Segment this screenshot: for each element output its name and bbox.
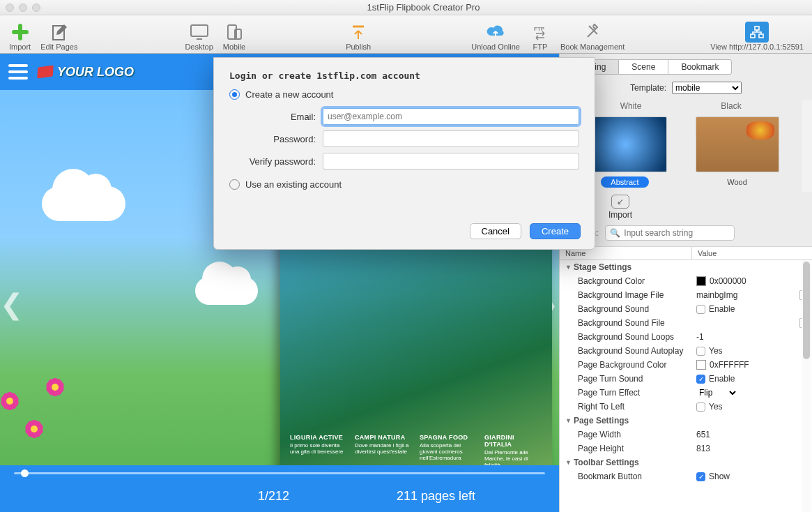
tab-bookmark[interactable]: Bookmark — [668, 59, 732, 75]
property-scrollbar[interactable] — [802, 260, 811, 512]
theme-thumbnail — [583, 116, 667, 172]
publish-button[interactable]: Publish — [346, 22, 371, 51]
cloud-upload-icon — [485, 22, 506, 43]
tab-scene[interactable]: Scene — [619, 59, 668, 75]
theme-scrollbar[interactable] — [802, 100, 812, 192]
password-field[interactable] — [323, 130, 579, 147]
toolbar-label: Import — [9, 43, 31, 51]
ftp-button[interactable]: FTP FTP — [530, 22, 551, 51]
theme-headers: White Black — [560, 100, 802, 112]
toolbar-label: Mobile — [223, 43, 245, 51]
prop-bg-color[interactable]: Background Color0x000000 — [560, 274, 812, 288]
theme-header: Black — [681, 101, 781, 111]
prop-rtl[interactable]: Right To LeftYes — [560, 400, 812, 414]
prop-bg-loops[interactable]: Background Sound Loops-1 — [560, 330, 812, 344]
pages-left: 211 pages left — [397, 489, 475, 504]
prop-bookmark-btn[interactable]: Bookmark Button✓Show — [560, 469, 812, 483]
template-label: Template: — [630, 83, 666, 93]
password-label: Password: — [229, 134, 323, 144]
radio-label: Create a new account — [245, 89, 333, 100]
prev-page-button[interactable]: ❮ — [1, 283, 22, 325]
theme-label: Abstract — [601, 176, 648, 188]
section-page[interactable]: ▼Page Settings — [560, 414, 812, 428]
theme-thumbnail — [696, 116, 779, 172]
cancel-button[interactable]: Cancel — [470, 223, 521, 239]
plus-icon — [10, 22, 31, 43]
desktop-button[interactable]: Desktop — [185, 22, 213, 51]
radio-create-account[interactable]: Create a new account — [229, 89, 579, 100]
page-slider[interactable] — [0, 465, 559, 481]
svg-rect-1 — [191, 25, 208, 36]
page-columns: LIGURIA ACTIVEIl primo sole diventa una … — [290, 434, 542, 468]
prop-page-w[interactable]: Page Width651 — [560, 428, 812, 442]
prop-turn-sound[interactable]: Page Turn Sound✓Enable — [560, 372, 812, 386]
mobile-icon — [224, 22, 245, 43]
import-settings-button[interactable]: ↙ Import — [608, 195, 632, 220]
button-label: Import — [608, 210, 632, 220]
prop-page-h[interactable]: Page Height813 — [560, 442, 812, 455]
toolbar-label: Unload Online — [471, 43, 520, 51]
window-controls[interactable] — [6, 3, 40, 12]
prop-bg-img[interactable]: Background Image FilemainbgImg — [560, 288, 812, 302]
checkbox[interactable]: ✓ — [696, 472, 705, 481]
search-icon: 🔍 — [610, 228, 620, 238]
close-icon[interactable] — [6, 3, 14, 12]
prop-bg-sound-file[interactable]: Background Sound File — [560, 316, 812, 330]
menu-icon[interactable] — [8, 64, 28, 80]
upload-online-button[interactable]: Unload Online — [471, 22, 520, 51]
theme-header: White — [581, 101, 681, 111]
col-title: CAMPI NATURA — [355, 434, 413, 441]
email-field[interactable] — [323, 108, 579, 125]
effect-select[interactable]: Flip — [696, 387, 738, 398]
edit-pages-button[interactable]: Edit Pages — [40, 22, 77, 51]
svg-rect-5 — [755, 27, 759, 30]
window-titlebar: 1stFlip Flipbook Creator Pro — [0, 0, 812, 15]
checkbox[interactable] — [696, 305, 705, 314]
login-dialog: Login or create 1stflip.com account Crea… — [213, 57, 595, 250]
svg-rect-7 — [759, 34, 763, 38]
flower-graphic — [0, 388, 23, 414]
book-management-button[interactable]: Book Management — [560, 22, 625, 51]
prop-page-bg[interactable]: Page Background Color0xFFFFFF — [560, 358, 812, 372]
color-swatch[interactable] — [696, 276, 706, 286]
theme-label: Wood — [717, 176, 757, 188]
theme-wood[interactable]: Wood — [686, 116, 788, 188]
minimize-icon[interactable] — [19, 3, 27, 12]
radio-label: Use an existing account — [245, 179, 342, 190]
section-toolbar[interactable]: ▼Toolbar Settings — [560, 455, 812, 469]
edit-icon — [49, 22, 70, 43]
checkbox[interactable] — [696, 347, 705, 356]
prop-turn-effect[interactable]: Page Turn EffectFlip — [560, 386, 812, 400]
checkbox[interactable]: ✓ — [696, 375, 705, 384]
verify-password-field[interactable] — [323, 153, 579, 170]
prop-bg-sound[interactable]: Background SoundEnable — [560, 302, 812, 316]
network-icon — [745, 22, 769, 43]
mobile-button[interactable]: Mobile — [223, 22, 245, 51]
create-button[interactable]: Create — [530, 223, 581, 239]
search-input[interactable] — [605, 225, 735, 241]
logo: YOUR LOGO — [38, 65, 134, 80]
section-stage[interactable]: ▼Stage Settings — [560, 260, 812, 274]
view-url-button[interactable]: View http://127.0.0.1:52591 — [710, 22, 808, 51]
dialog-title: Login or create 1stflip.com account — [229, 70, 579, 81]
import-icon: ↙ — [611, 195, 629, 209]
toolbar-label: FTP — [533, 43, 548, 51]
color-swatch[interactable] — [696, 360, 706, 370]
prop-bg-autoplay[interactable]: Background Sound AutoplayYes — [560, 344, 812, 358]
logo-text: YOUR LOGO — [57, 65, 134, 80]
import-button[interactable]: Import — [9, 22, 31, 51]
page-counter: 1/212 — [258, 489, 289, 504]
ftp-icon: FTP — [530, 22, 551, 43]
template-select[interactable]: mobile — [672, 82, 742, 94]
settings-tabs: Setting Scene Bookmark — [560, 54, 812, 75]
zoom-icon[interactable] — [32, 3, 40, 12]
verify-password-label: Verify password: — [229, 156, 323, 167]
checkbox[interactable] — [696, 402, 705, 412]
cloud-graphic — [195, 277, 258, 305]
tools-icon — [582, 22, 603, 43]
radio-existing-account[interactable]: Use an existing account — [229, 179, 579, 190]
main-toolbar: Import Edit Pages Desktop Mobile Publish… — [0, 15, 812, 54]
property-header: Name Value — [560, 246, 812, 260]
radio-icon — [229, 179, 240, 190]
slider-thumb[interactable] — [21, 469, 29, 477]
